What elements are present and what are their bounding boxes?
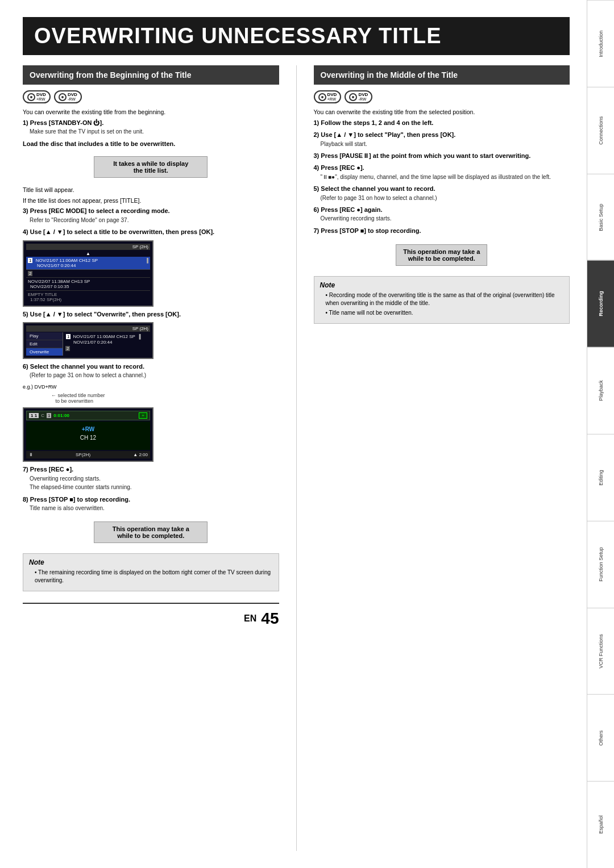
left-section-header: Overwriting from the Beginning of the Ti… (23, 65, 279, 85)
rec-status-screen: 1 1 C 1 0:01:00 + +RW CH 12 ⏸ SP(2H) (23, 407, 154, 462)
right-note-title: Note (320, 281, 564, 289)
right-final-callout: This operation may take a while to be co… (396, 244, 487, 266)
disc-icon-2 (59, 93, 67, 101)
right-step-2: 2) Use [▲ / ▼] to select "Play", then pr… (314, 131, 570, 148)
dvd-badge-plusrw-left: DVD +RW (23, 90, 51, 103)
annotation-text: ← selected title number to be overwritte… (51, 393, 279, 404)
menu-item-edit: Edit (26, 340, 63, 348)
screen1-row-3: NOV/22/07 11:38AM CH13 SP NOV/22/07 0:10… (26, 278, 150, 291)
right-note-bullet-1: Recording mode of the overwriting title … (326, 291, 564, 307)
left-column: Overwriting from the Beginning of the Ti… (23, 65, 279, 851)
left-step-3: 3) Press [REC MODE] to select a recordin… (23, 207, 279, 224)
menu-item-overwrite: Overwrite (26, 348, 63, 356)
right-step-6: 6) Press [REC ●] again. Overwriting reco… (314, 206, 570, 223)
page-number-area: EN 45 (23, 603, 279, 628)
right-section-header: Overwriting in the Middle of the Title (314, 65, 570, 85)
right-step-4: 4) Press [REC ●]. "⏸■●", display menu, c… (314, 164, 570, 181)
right-step-3: 3) Press [PAUSE⏸] at the point from whic… (314, 152, 570, 160)
title-list-appear: Title list will appear. (23, 186, 279, 194)
left-note-title: Note (29, 558, 273, 566)
menu-item-play: Play (26, 332, 63, 340)
sidebar-tab-others[interactable]: Others (587, 694, 614, 781)
title-list-screen: SP (2H) ▲ 1 NOV/21/07 11:00AM CH12 SP ▐ … (23, 240, 154, 307)
sidebar-tab-vcr-functions[interactable]: VCR Functions (587, 608, 614, 695)
overwrite-menu-items: Play Edit Overwrite (26, 332, 63, 356)
left-step-5: 5) Use [▲ / ▼] to select "Overwrite", th… (23, 310, 279, 319)
left-step-7: 7) Press [REC ●]. Overwriting recording … (23, 465, 279, 491)
main-content: OVERWRITING UNNECESSARY TITLE Overwritin… (0, 0, 587, 868)
rec-top-bar: 1 1 C 1 0:01:00 + (26, 411, 150, 420)
screen2-title-info: 1 NOV/21/07 11:00AM CH12 SP ▐ NOV/21/07 … (63, 332, 150, 356)
disc-icon-1 (27, 93, 35, 101)
screen2-row2: 2 (65, 345, 148, 352)
screen2-title-row: 1 NOV/21/07 11:00AM CH12 SP ▐ (65, 333, 148, 340)
screen1-empty-title: EMPTY TITLE 1:37:52 SP(2H) (26, 291, 150, 303)
dvd-badge-plusrw-right: DVD +RW (314, 90, 342, 103)
left-step-4: 4) Use [▲ / ▼] to select a title to be o… (23, 228, 279, 236)
rec-ch-indicator: 1 1 (29, 413, 39, 418)
sidebar-tab-espanol[interactable]: Español (587, 781, 614, 868)
sidebar-tab-introduction[interactable]: Introduction (587, 0, 614, 87)
left-dvd-icons: DVD +RW DVD -RW (23, 90, 279, 103)
sidebar-tab-basic-setup[interactable]: Basic Setup (587, 174, 614, 261)
left-step-1: 1) Press [STANDBY-ON ⏻]. Make sure that … (23, 119, 279, 136)
left-step-2: Load the disc that includes a title to b… (23, 140, 279, 148)
right-step-1: 1) Follow the steps 1, 2 and 4 on the le… (314, 119, 570, 127)
sidebar-tab-function-setup[interactable]: Function Setup (587, 521, 614, 608)
screen2-quality: SP (2H) (132, 326, 148, 331)
left-step-8: 8) Press [STOP ■] to stop recording. Tit… (23, 495, 279, 513)
left-final-callout: This operation may take a while to be co… (94, 521, 208, 543)
left-final-callout-area: This operation may take a while to be co… (23, 517, 279, 548)
right-note-box: Note Recording mode of the overwriting t… (314, 276, 570, 324)
page-number: 45 (261, 610, 279, 628)
rec-quality: SP(2H) (76, 452, 90, 457)
left-note-box: Note The remaining recording time is dis… (23, 553, 279, 591)
title-list-note: If the title list does not appear, press… (23, 197, 279, 205)
rec-ch-label: CH 12 (28, 435, 148, 441)
rec-plusrw-label: +RW (28, 426, 148, 432)
title-list-callout-box: It takes a while to display the title li… (94, 156, 208, 178)
en-label: EN (244, 614, 256, 624)
right-step-7: 7) Press [STOP ■] to stop recording. (314, 227, 570, 235)
sidebar-tab-editing[interactable]: Editing (587, 434, 614, 521)
rec-channel-area: +RW CH 12 (26, 422, 150, 450)
sidebar-tab-playback[interactable]: Playback (587, 347, 614, 434)
right-note-bullet-2: Title name will not be overwritten. (326, 309, 564, 317)
plus-icon: + (139, 412, 147, 419)
disc-icon-3 (318, 93, 326, 101)
screen1-row-2: 2 (26, 270, 150, 278)
sidebar-tab-recording[interactable]: Recording (587, 260, 614, 347)
overwrite-menu-screen: SP (2H) Play Edit Overwrite 1 (23, 322, 154, 359)
sidebar-tab-connections[interactable]: Connections (587, 87, 614, 174)
page-wrapper: OVERWRITING UNNECESSARY TITLE Overwritin… (0, 0, 614, 868)
rec-remaining: ▲ 2:00 (133, 452, 148, 457)
rec-bottom-bar: ⏸ SP(2H) ▲ 2:00 (26, 451, 150, 458)
rec-pause-icon: ⏸ (28, 452, 33, 457)
title-list-callout-area: It takes a while to display the title li… (23, 152, 279, 182)
right-column: Overwriting in the Middle of the Title D… (314, 65, 570, 851)
dvd-badge-minusrw-right: DVD -RW (345, 90, 372, 103)
disc-icon-4 (349, 93, 357, 101)
right-sidebar: Introduction Connections Basic Setup Rec… (587, 0, 614, 868)
screen2-duration: NOV/21/07 0:20:44 (65, 340, 148, 345)
left-step-6: 6) Select the channel you want to record… (23, 362, 279, 380)
eg-label: e.g.) DVD+RW (23, 383, 279, 391)
column-divider (296, 65, 297, 851)
left-note-bullet-1: The remaining recording time is displaye… (35, 569, 273, 585)
two-column-layout: Overwriting from the Beginning of the Ti… (23, 65, 570, 851)
screen2-content: Play Edit Overwrite 1 NOV/21/07 11:00AM … (26, 332, 150, 356)
screen1-row-1: 1 NOV/21/07 11:00AM CH12 SP ▐ NOV/21/07 … (26, 257, 150, 270)
screen1-quality: SP (2H) (132, 244, 148, 249)
right-step-5: 5) Select the channel you want to record… (314, 185, 570, 202)
left-intro: You can overwrite the existing title fro… (23, 108, 279, 116)
annotation-area: ← selected title number to be overwritte… (23, 393, 279, 404)
right-dvd-icons: DVD +RW DVD -RW (314, 90, 570, 103)
right-final-callout-area: This operation may take a while to be co… (314, 240, 570, 270)
dvd-badge-minusrw-left: DVD -RW (54, 90, 82, 103)
rec-timer: 0:01:00 (53, 413, 69, 418)
right-intro: You can overwrite the existing title fro… (314, 108, 570, 116)
main-page-title: OVERWRITING UNNECESSARY TITLE (23, 17, 570, 55)
screen1-up-arrow: ▲ (26, 251, 150, 257)
